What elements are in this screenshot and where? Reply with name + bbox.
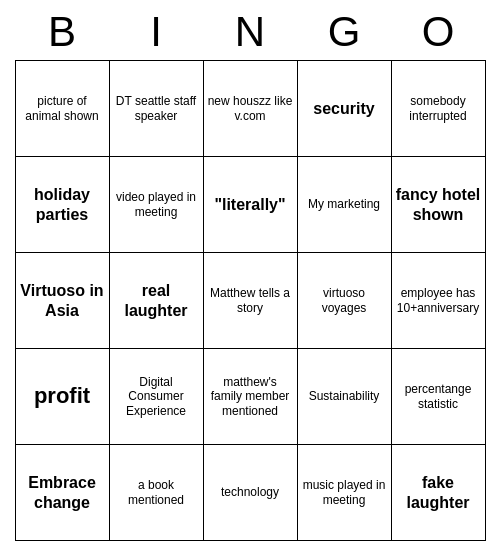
bingo-cell[interactable]: picture of animal shown [16, 61, 110, 157]
letter-i: I [109, 8, 203, 56]
letter-o: O [391, 8, 485, 56]
bingo-cell[interactable]: security [298, 61, 392, 157]
bingo-cell[interactable]: Sustainability [298, 349, 392, 445]
bingo-cell[interactable]: technology [204, 445, 298, 541]
bingo-cell[interactable]: Matthew tells a story [204, 253, 298, 349]
bingo-cell[interactable]: profit [16, 349, 110, 445]
bingo-cell[interactable]: Embrace change [16, 445, 110, 541]
letter-b: B [15, 8, 109, 56]
letter-g: G [297, 8, 391, 56]
bingo-cell[interactable]: matthew's family member mentioned [204, 349, 298, 445]
bingo-title: B I N G O [15, 8, 485, 56]
bingo-cell[interactable]: virtuoso voyages [298, 253, 392, 349]
bingo-cell[interactable]: "literally" [204, 157, 298, 253]
bingo-cell[interactable]: employee has 10+anniversary [392, 253, 486, 349]
bingo-cell[interactable]: somebody interrupted [392, 61, 486, 157]
bingo-grid: picture of animal shownDT seattle staff … [15, 60, 486, 541]
bingo-cell[interactable]: DT seattle staff speaker [110, 61, 204, 157]
bingo-cell[interactable]: video played in meeting [110, 157, 204, 253]
bingo-cell[interactable]: a book mentioned [110, 445, 204, 541]
bingo-cell[interactable]: real laughter [110, 253, 204, 349]
letter-n: N [203, 8, 297, 56]
bingo-cell[interactable]: holiday parties [16, 157, 110, 253]
bingo-cell[interactable]: Digital Consumer Experience [110, 349, 204, 445]
bingo-cell[interactable]: percentange statistic [392, 349, 486, 445]
bingo-cell[interactable]: fancy hotel shown [392, 157, 486, 253]
bingo-cell[interactable]: Virtuoso in Asia [16, 253, 110, 349]
bingo-cell[interactable]: My marketing [298, 157, 392, 253]
bingo-cell[interactable]: fake laughter [392, 445, 486, 541]
bingo-cell[interactable]: new houszz like v.com [204, 61, 298, 157]
bingo-cell[interactable]: music played in meeting [298, 445, 392, 541]
